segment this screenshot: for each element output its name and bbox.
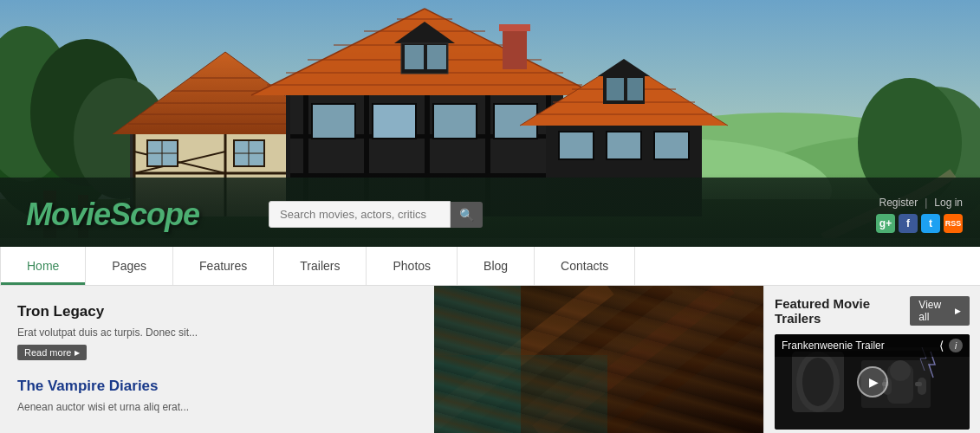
svg-line-81 xyxy=(477,286,668,433)
movie-desc-2: Aenean auctor wisi et urna aliq erat... xyxy=(17,399,269,415)
svg-rect-85 xyxy=(434,355,607,433)
svg-line-82 xyxy=(538,286,729,433)
search-area: 🔍 xyxy=(269,201,483,228)
google-plus-icon[interactable]: g+ xyxy=(876,214,895,233)
movie-title-2: The Vampire Diaries xyxy=(17,378,269,395)
text-overlay: Tron Legacy Erat volutpat duis ac turpis… xyxy=(0,286,286,433)
svg-rect-72 xyxy=(607,132,641,159)
svg-rect-77 xyxy=(627,78,643,100)
trailer-card: Frankenweenie Trailer ⟨ i xyxy=(775,334,970,430)
feature-image xyxy=(434,286,763,433)
svg-rect-56 xyxy=(433,104,477,139)
nav-item-pages[interactable]: Pages xyxy=(86,247,173,285)
svg-rect-79 xyxy=(434,286,763,433)
social-icons: g+ f t RSS xyxy=(876,214,963,233)
svg-rect-61 xyxy=(427,45,446,69)
play-button[interactable] xyxy=(857,366,888,397)
read-more-button-1[interactable]: Read more xyxy=(17,345,87,360)
nav-item-features[interactable]: Features xyxy=(173,247,274,285)
svg-rect-73 xyxy=(654,132,689,159)
facebook-icon[interactable]: f xyxy=(899,214,918,233)
rss-icon[interactable]: RSS xyxy=(944,214,963,233)
svg-rect-71 xyxy=(559,132,594,159)
sidebar-header: Featured Movie Trailers View all xyxy=(775,296,970,326)
nav-item-contacts[interactable]: Contacts xyxy=(535,247,635,285)
svg-point-90 xyxy=(802,358,834,406)
movie-title-1: Tron Legacy xyxy=(17,303,269,320)
left-content: Tron Legacy Erat volutpat duis ac turpis… xyxy=(0,286,763,433)
svg-rect-55 xyxy=(373,104,416,139)
movie-desc-1: Erat volutpat duis ac turpis. Donec sit.… xyxy=(17,325,269,340)
twitter-icon[interactable]: t xyxy=(921,214,940,233)
sidebar-title: Featured Movie Trailers xyxy=(775,296,910,326)
search-input[interactable] xyxy=(269,201,451,228)
view-all-button[interactable]: View all xyxy=(910,296,970,326)
register-link[interactable]: Register xyxy=(879,197,918,209)
svg-rect-60 xyxy=(405,45,424,69)
nav-item-blog[interactable]: Blog xyxy=(458,247,535,285)
header: MovieScope 🔍 Register | Log in g+ f t RS… xyxy=(0,182,980,247)
trailer-header: Frankenweenie Trailer ⟨ i xyxy=(775,334,970,357)
logo-accent: Scope xyxy=(110,197,199,232)
main-nav: Home Pages Features Trailers Photos Blog… xyxy=(0,247,980,286)
nav-item-photos[interactable]: Photos xyxy=(367,247,458,285)
svg-point-94 xyxy=(890,360,911,381)
info-icon[interactable]: i xyxy=(949,339,963,352)
right-sidebar: Featured Movie Trailers View all Franken… xyxy=(763,286,980,433)
svg-rect-62 xyxy=(503,26,527,69)
nav-item-trailers[interactable]: Trailers xyxy=(274,247,367,285)
svg-rect-63 xyxy=(499,24,530,31)
logo-text: MovieScope xyxy=(26,197,199,232)
trailer-name: Frankenweenie Trailer xyxy=(782,339,885,352)
svg-rect-54 xyxy=(312,104,355,139)
header-divider: | xyxy=(925,197,927,209)
share-icon[interactable]: ⟨ xyxy=(939,339,944,352)
trailer-action-icons: ⟨ i xyxy=(939,339,963,352)
svg-line-83 xyxy=(607,286,763,433)
svg-rect-96 xyxy=(915,382,922,386)
main-content: Tron Legacy Erat volutpat duis ac turpis… xyxy=(0,286,980,433)
search-button[interactable]: 🔍 xyxy=(451,202,483,228)
nav-item-home[interactable]: Home xyxy=(0,247,86,285)
login-link[interactable]: Log in xyxy=(934,197,963,209)
header-right: Register | Log in g+ f t RSS xyxy=(876,197,963,233)
svg-line-80 xyxy=(434,286,607,433)
svg-rect-84 xyxy=(434,286,521,433)
svg-rect-76 xyxy=(607,78,624,100)
header-links: Register | Log in xyxy=(879,197,963,209)
site-logo[interactable]: MovieScope xyxy=(26,197,199,233)
